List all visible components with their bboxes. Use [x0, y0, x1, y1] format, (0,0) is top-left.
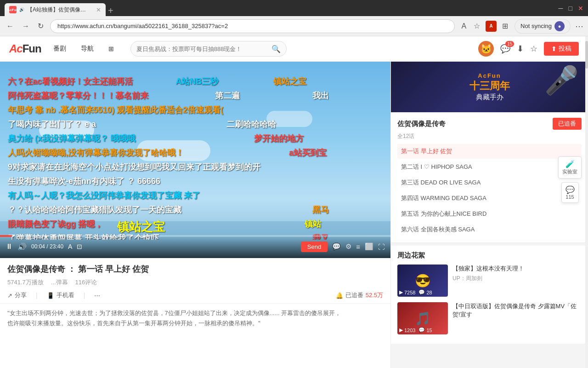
- bookmark-icon[interactable]: ☆: [472, 20, 482, 32]
- toolbar-icons: A ☆ A ⊞: [459, 20, 510, 32]
- related-item[interactable]: 😎 ▶7258 💬28 【独家】这根本没有天理！ UP：周加剡: [397, 264, 582, 297]
- nav-grid-icon[interactable]: ⊞: [106, 43, 117, 54]
- video-controls: ⏸ 🔊 00:04 / 23:40 A ⊡ Send 💬 ⚙ ≡ ⬜ ⛶: [0, 235, 390, 258]
- related-title: 【中日双语版】佐贺偶像是传奇 夕露篇MV「佐贺!宣す: [452, 302, 582, 319]
- search-bar[interactable]: 🔍: [130, 41, 287, 57]
- sync-button[interactable]: Not syncing ●: [514, 19, 571, 34]
- mobile-watch-btn[interactable]: 📱 手机看: [47, 291, 74, 299]
- refresh-button[interactable]: ↻: [36, 20, 45, 32]
- maximize-btn[interactable]: □: [569, 5, 572, 12]
- volume-btn[interactable]: 🔊: [17, 242, 27, 251]
- comment-float-count: 115: [565, 194, 575, 200]
- settings-icon[interactable]: ⚙: [345, 242, 351, 251]
- sync-avatar: ●: [554, 21, 565, 31]
- desc-line-2: 也许能吸引来播放量。这份快乐，首先来自于从第一集开幕两分钟开始，一脉相承的傻吊精…: [7, 320, 260, 327]
- episode-item[interactable]: 第一话 早上好 佐贺: [397, 144, 582, 159]
- active-tab[interactable]: AcFun 🔊 【A站独播】佐贺偶像是传奇 ✕: [5, 3, 106, 16]
- favorites-icon[interactable]: ☆: [530, 44, 537, 54]
- content-area: 六？在ac看视频好！女主还能再活A站NB三秒镇站之宝阿伟死盗墓呢？零草分！！！慕…: [0, 62, 588, 368]
- nav-guide[interactable]: 导航: [78, 43, 96, 55]
- time-display: 00:04 / 23:40: [31, 243, 63, 250]
- tab-close-btn[interactable]: ✕: [96, 6, 101, 13]
- share-btn[interactable]: ↗ 分享: [7, 291, 27, 299]
- tab-title: 【A站独播】佐贺偶像是传奇: [27, 6, 91, 14]
- address-input[interactable]: [50, 19, 455, 33]
- video-info: 佐贺偶像是传奇 ： 第一话 早上好 佐贺 5741.7万播放 ...弹幕 116…: [0, 258, 390, 303]
- tab-favicon: AcFun: [9, 6, 17, 13]
- episode-item[interactable]: 第二话 I ♡ HIPHOP SAGA: [397, 160, 582, 174]
- user-avatar[interactable]: 🐱: [478, 41, 494, 57]
- desc-line-1: "女主出场不到两分钟，光速去世；为了拯救没落的佐贺县，7位僵尸小姐姐站了出来，决…: [7, 310, 341, 316]
- danmaku-icon[interactable]: 💬: [332, 242, 341, 251]
- main-container: AcFun 番剧 导航 ⊞ 🔍 🐱 💬 15 ⬇ ☆ ⬆: [0, 36, 588, 368]
- back-button[interactable]: ←: [5, 20, 16, 32]
- close-btn[interactable]: ✕: [578, 5, 583, 12]
- more-options-btn[interactable]: ⋯: [94, 292, 100, 299]
- subtitle-btn[interactable]: A: [68, 243, 72, 250]
- send-danmaku-btn[interactable]: Send: [301, 242, 328, 252]
- search-button[interactable]: 🔍: [266, 45, 286, 53]
- follow-anime-btn[interactable]: 已追番: [553, 118, 582, 130]
- video-section: 六？在ac看视频好！女主还能再活A站NB三秒镇站之宝阿伟死盗墓呢？零草分！！！慕…: [0, 62, 390, 368]
- episode-item[interactable]: 第五话 为你的心献上NICE BIRD: [397, 207, 582, 221]
- window-icon[interactable]: ⬜: [365, 242, 373, 251]
- comment-float-btn[interactable]: 💬 115: [561, 182, 579, 203]
- progress-fill: [0, 235, 12, 237]
- site-header: AcFun 番剧 导航 ⊞ 🔍 🐱 💬 15 ⬇ ☆ ⬆: [0, 36, 588, 62]
- nav-bangumi[interactable]: 番剧: [51, 43, 69, 55]
- tab-area: AcFun 🔊 【A站独播】佐贺偶像是传奇 ✕ +: [5, 0, 555, 16]
- fullscreen-icon[interactable]: ⛶: [378, 243, 385, 251]
- cloud2: [137, 140, 210, 161]
- new-tab-button[interactable]: +: [108, 6, 113, 16]
- forward-button[interactable]: →: [20, 20, 31, 32]
- related-title: 【独家】这根本没有天理！: [452, 264, 582, 273]
- scrollbar-thumb[interactable]: [585, 41, 588, 69]
- comments-icon[interactable]: 💬 15: [500, 44, 510, 54]
- collections-icon[interactable]: ⊞: [500, 20, 510, 32]
- playlist-icon[interactable]: ≡: [356, 243, 360, 251]
- comment-count: 116评论: [75, 278, 97, 287]
- episode-count: 全12话: [397, 132, 582, 140]
- browser-titlebar: AcFun 🔊 【A站独播】佐贺偶像是传奇 ✕ + ─ □ ✕: [0, 0, 588, 16]
- post-button[interactable]: ⬆ 投稿: [544, 42, 579, 56]
- episode-item[interactable]: 第六话 全国各秋美感 SAGA: [397, 222, 582, 237]
- video-player[interactable]: 六？在ac看视频好！女主还能再活A站NB三秒镇站之宝阿伟死盗墓呢？零草分！！！慕…: [0, 62, 390, 258]
- acfun-logo[interactable]: AcFun: [9, 42, 41, 55]
- cloud3: [266, 111, 312, 127]
- progress-bar[interactable]: [0, 235, 390, 237]
- minimize-btn[interactable]: ─: [559, 5, 563, 12]
- screenshot-btn[interactable]: ⊡: [77, 243, 82, 250]
- play-count: 5741.7万播放: [7, 278, 44, 287]
- mobile-icon: 📱: [47, 292, 54, 299]
- sidebar-ad[interactable]: AcFun 十三周年 典藏手办 🎤: [391, 62, 588, 112]
- translate-icon[interactable]: A: [459, 20, 468, 32]
- notification-badge: 15: [505, 41, 514, 47]
- play-pause-btn[interactable]: ⏸: [6, 242, 13, 251]
- right-sidebar: AcFun 十三周年 典藏手办 🎤 佐贺偶像是传奇 已追番 全12话 第一话 早…: [390, 62, 588, 368]
- floating-panel: 🧪 实验室 💬 115: [558, 156, 582, 203]
- related-up: UP：周加剡: [452, 275, 582, 282]
- browser-more-button[interactable]: ⋯: [575, 21, 583, 31]
- video-description: "女主出场不到两分钟，光速去世；为了拯救没落的佐贺县，7位僵尸小姐姐站了出来，决…: [0, 303, 390, 333]
- thumb-views: ▶7258 💬28: [399, 289, 432, 295]
- share-icon: ↗: [7, 292, 12, 299]
- video-background: [0, 62, 390, 258]
- related-thumb: 🎵 ▶1203 💬15: [397, 302, 448, 334]
- danmaku-count: ...弹幕: [51, 278, 68, 287]
- site-content: AcFun 番剧 导航 ⊞ 🔍 🐱 💬 15 ⬇ ☆ ⬆: [0, 36, 588, 368]
- search-input[interactable]: [131, 46, 266, 52]
- episode-item[interactable]: 第三话 DEAD OR LIVE SAGA: [397, 175, 582, 190]
- related-section-title: 周边花絮: [397, 251, 582, 260]
- related-item[interactable]: 🎵 ▶1203 💬15 【中日双语版】佐贺偶像是传奇 夕露篇MV「佐贺!宣す: [397, 302, 582, 334]
- ad-content: AcFun 十三周年 典藏手办: [469, 72, 510, 102]
- episode-item[interactable]: 第四话 WARMING DEAD SAGA: [397, 191, 582, 206]
- episode-list: 第一话 早上好 佐贺第二话 I ♡ HIPHOP SAGA第三话 DEAD OR…: [397, 144, 582, 237]
- window-controls: ─ □ ✕: [559, 5, 583, 12]
- cloud1: [39, 121, 94, 139]
- site-icon[interactable]: A: [486, 21, 497, 32]
- audio-icon: 🔊: [19, 7, 24, 12]
- download-icon[interactable]: ⬇: [517, 44, 524, 54]
- experiment-btn[interactable]: 🧪 实验室: [558, 156, 582, 178]
- scrollbar[interactable]: [585, 36, 588, 368]
- thumb-views: ▶1203 💬15: [399, 327, 432, 333]
